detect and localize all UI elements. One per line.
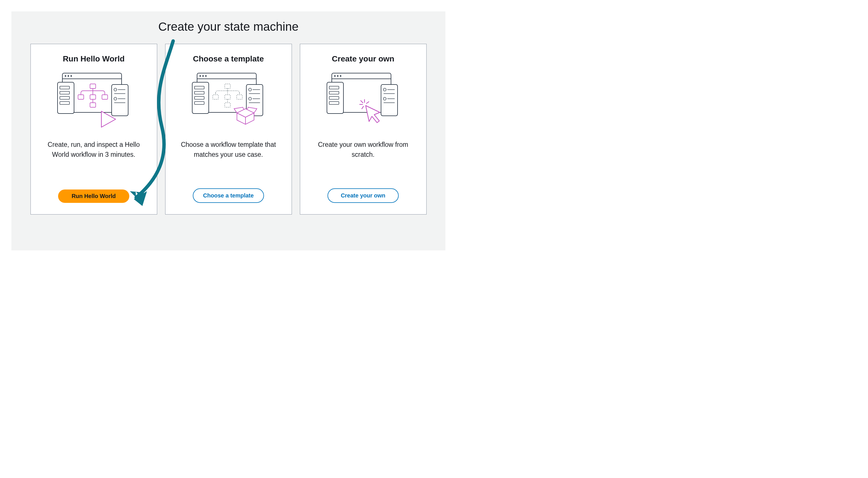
svg-rect-44 — [225, 84, 230, 89]
card-description: Create, run, and inspect a Hello World w… — [39, 140, 148, 190]
svg-point-2 — [65, 75, 66, 77]
svg-point-3 — [68, 75, 69, 77]
card-description: Choose a workflow template that matches … — [174, 140, 283, 189]
card-create-your-own[interactable]: Create your own — [300, 44, 427, 214]
page-title: Create your state machine — [22, 20, 435, 34]
svg-rect-24 — [102, 95, 107, 99]
svg-line-74 — [361, 100, 363, 103]
cards-row: Run Hello World — [22, 44, 435, 214]
svg-rect-50 — [225, 95, 230, 99]
svg-rect-22 — [78, 95, 84, 99]
svg-line-75 — [366, 102, 369, 104]
svg-point-31 — [205, 75, 207, 77]
card-title: Run Hello World — [63, 54, 124, 63]
svg-rect-26 — [90, 103, 96, 107]
svg-point-58 — [337, 75, 339, 77]
card-run-hello-world[interactable]: Run Hello World — [30, 44, 157, 214]
hello-world-illustration-icon — [53, 70, 135, 130]
svg-point-30 — [203, 75, 204, 77]
svg-rect-17 — [90, 84, 96, 89]
card-choose-template[interactable]: Choose a template — [165, 44, 292, 214]
create-your-own-button[interactable]: Create your own — [328, 189, 399, 203]
create-own-illustration-icon — [322, 70, 404, 130]
svg-point-29 — [199, 75, 201, 77]
svg-rect-49 — [213, 95, 218, 99]
svg-rect-23 — [90, 95, 96, 99]
choose-template-button[interactable]: Choose a template — [193, 189, 264, 203]
run-hello-world-button[interactable]: Run Hello World — [58, 190, 129, 203]
svg-point-57 — [334, 75, 336, 77]
svg-rect-53 — [225, 103, 230, 107]
card-description: Create your own workflow from scratch. — [309, 140, 418, 189]
svg-line-76 — [362, 106, 364, 109]
svg-point-4 — [71, 75, 72, 77]
state-machine-chooser: Create your state machine Run Hello Worl… — [11, 11, 445, 250]
card-title: Choose a template — [193, 54, 264, 63]
choose-template-illustration-icon — [187, 70, 270, 130]
card-title: Create your own — [332, 54, 394, 63]
svg-point-59 — [340, 75, 341, 77]
svg-rect-51 — [237, 95, 242, 99]
